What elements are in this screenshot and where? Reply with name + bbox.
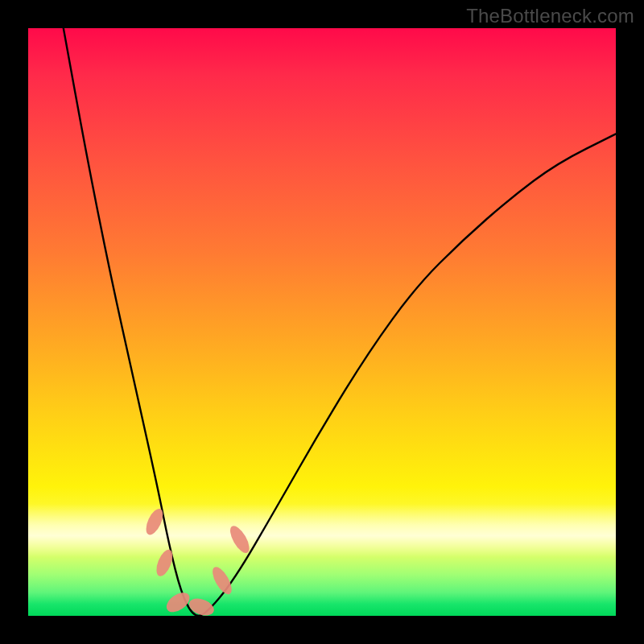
valley-marker (153, 547, 175, 579)
curve-layer (28, 28, 616, 616)
valley-marker (187, 596, 217, 616)
watermark-text: TheBottleneck.com (466, 5, 634, 27)
chart-frame: TheBottleneck.com (0, 0, 644, 644)
valley-markers (142, 506, 253, 616)
valley-marker (163, 588, 193, 616)
plot-area (28, 28, 616, 616)
valley-marker (226, 523, 253, 556)
